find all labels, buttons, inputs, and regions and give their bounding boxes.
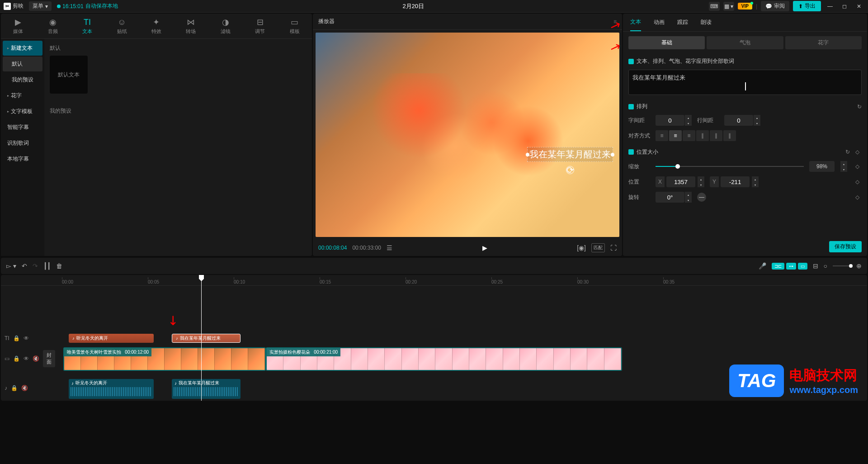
align-center-button[interactable]: ≡ — [669, 130, 682, 141]
tab-filter[interactable]: ◑滤镜 — [208, 14, 243, 38]
lock-icon[interactable]: 🔒 — [11, 385, 18, 391]
sidebar-item-smartsub[interactable]: 智能字幕 — [3, 120, 42, 135]
rotation-dial[interactable]: — — [697, 193, 706, 202]
audio-clip-2[interactable]: ♪我在某年某月醒过来 — [172, 379, 241, 399]
tab-effect[interactable]: ✦特效 — [139, 14, 174, 38]
player-menu-icon[interactable]: ≡ — [613, 19, 617, 25]
select-tool[interactable]: ▻ ▾ — [6, 262, 16, 270]
align-vmid-button[interactable]: ∥ — [710, 130, 722, 141]
sidebar-item-mypreset[interactable]: 我的预设 — [3, 72, 42, 87]
link-icon[interactable]: ⊶ — [786, 263, 796, 270]
insp-tab-text[interactable]: 文本 — [630, 14, 641, 31]
split-button[interactable]: ┃┃ — [43, 262, 51, 270]
scale-slider[interactable] — [656, 166, 804, 167]
shortcut-icon[interactable]: ⌨ — [709, 2, 720, 11]
sidebar-item-texttpl[interactable]: ▸文字模板 — [3, 104, 42, 119]
maximize-button[interactable]: ◻ — [839, 1, 850, 12]
tab-text[interactable]: TI文本 — [70, 14, 104, 38]
list-icon[interactable]: ☰ — [387, 244, 392, 251]
checkbox-icon[interactable] — [628, 149, 634, 155]
lock-icon[interactable]: 🔒 — [13, 355, 20, 362]
pos-y-input[interactable] — [721, 176, 750, 187]
video-viewport[interactable]: 我在某年某月醒过来 ⟳ — [313, 30, 622, 240]
sidebar-item-lyrics[interactable]: 识别歌词 — [3, 136, 42, 151]
insp-tab-read[interactable]: 朗读 — [701, 14, 712, 31]
tab-media[interactable]: ▶媒体 — [1, 14, 35, 38]
sidebar-item-huazi[interactable]: ▸花字 — [3, 88, 42, 103]
reset-icon[interactable]: ↻ — [857, 104, 862, 110]
cover-button[interactable]: 封面 — [43, 350, 55, 367]
playhead[interactable] — [201, 275, 202, 401]
tab-audio[interactable]: ◉音频 — [35, 14, 70, 38]
line-spacing-input[interactable] — [724, 115, 753, 126]
align-vtop-button[interactable]: ∥ — [696, 130, 709, 141]
sidebar-item-default[interactable]: 默认 — [3, 57, 42, 71]
subtab-huazi[interactable]: 花字 — [785, 36, 862, 49]
resize-handle-right[interactable] — [611, 153, 614, 156]
reset-icon[interactable]: ↻ — [845, 149, 850, 155]
align-left-button[interactable]: ≡ — [656, 130, 668, 141]
save-preset-button[interactable]: 保存预设 — [829, 241, 862, 252]
review-button[interactable]: 💬 审阅 — [761, 1, 789, 11]
ratio-icon[interactable]: 匹配 — [591, 243, 605, 252]
default-text-thumb[interactable]: 默认文本 — [50, 56, 88, 94]
stepper[interactable]: ▴▾ — [684, 115, 692, 126]
fullscreen-icon[interactable]: ⛶ — [610, 244, 617, 251]
delete-button[interactable]: 🗑 — [56, 262, 62, 270]
undo-button[interactable]: ↶ — [22, 262, 27, 270]
stepper[interactable]: ▴▾ — [751, 176, 759, 187]
text-track[interactable]: ♪听见冬天的离开 ♪我在某年某月醒过来 — [55, 331, 867, 346]
align-vbot-button[interactable]: ∥ — [723, 130, 736, 141]
resize-handle-left[interactable] — [526, 153, 529, 156]
compare-icon[interactable]: [◉] — [577, 244, 586, 251]
mute-icon[interactable]: 🔇 — [21, 385, 28, 391]
text-overlay[interactable]: 我在某年某月醒过来 ⟳ — [527, 147, 613, 162]
stepper[interactable]: ▴▾ — [840, 161, 847, 172]
sidebar-item-localsub[interactable]: 本地字幕 — [3, 152, 42, 166]
close-button[interactable]: ✕ — [854, 1, 864, 12]
keyframe-icon[interactable]: ◇ — [853, 193, 862, 202]
tab-template[interactable]: ▭模板 — [278, 14, 312, 38]
redo-button[interactable]: ↷ — [33, 262, 38, 270]
video-clip-2[interactable]: 实景拍摄粉色樱花朵 00:00:21:00 — [266, 347, 622, 371]
keyframe-icon[interactable]: ◇ — [853, 162, 862, 171]
preview-icon[interactable]: ▭ — [798, 263, 807, 270]
vip-badge[interactable]: VIP — [738, 3, 752, 9]
scale-value[interactable]: 98% — [809, 161, 835, 172]
insp-tab-anim[interactable]: 动画 — [654, 14, 665, 31]
char-spacing-input[interactable] — [656, 115, 684, 126]
play-button[interactable]: ▶ — [482, 244, 487, 251]
checkbox-icon[interactable] — [628, 104, 634, 109]
rotation-input[interactable] — [656, 192, 684, 203]
magnet-on-icon[interactable]: ⊐⊏ — [772, 263, 784, 270]
checkbox-icon[interactable] — [628, 59, 634, 64]
text-clip[interactable]: ♪听见冬天的离开 — [69, 334, 154, 343]
tab-sticker[interactable]: ☺贴纸 — [104, 14, 139, 38]
tab-adjust[interactable]: ⊟调节 — [243, 14, 277, 38]
mic-icon[interactable]: 🎤 — [759, 262, 766, 270]
rotate-handle[interactable]: ⟳ — [566, 166, 574, 174]
audio-clip-1[interactable]: ♪听见冬天的离开 — [69, 379, 154, 399]
align-icon[interactable]: ⊟ — [813, 262, 818, 270]
tab-transition[interactable]: ⋈转场 — [174, 14, 208, 38]
stepper[interactable]: ▴▾ — [753, 115, 760, 126]
menu-button[interactable]: 菜单 ▾ — [29, 1, 52, 11]
time-ruler[interactable]: 00:00 00:05 00:10 00:15 00:20 00:25 00:3… — [1, 275, 867, 286]
align-right-button[interactable]: ≡ — [683, 130, 695, 141]
layout-icon[interactable]: ▦ ▾ — [723, 2, 734, 11]
zoom-slider[interactable] — [833, 265, 851, 266]
stepper[interactable]: ▴▾ — [684, 192, 692, 203]
insp-tab-track[interactable]: 跟踪 — [677, 14, 688, 31]
zoom-fit-icon[interactable]: ⊕ — [856, 262, 862, 270]
apply-all-row[interactable]: 文本、排列、气泡、花字应用到全部歌词 — [628, 57, 862, 65]
keyframe-icon[interactable]: ◇ — [853, 177, 862, 186]
lock-icon[interactable]: 🔒 — [13, 335, 20, 341]
mute-icon[interactable]: 🔇 — [33, 355, 39, 362]
eye-icon[interactable]: 👁 — [24, 355, 29, 362]
minimize-button[interactable]: — — [825, 1, 835, 12]
eye-icon[interactable]: 👁 — [24, 335, 29, 341]
pos-x-input[interactable] — [666, 176, 695, 187]
stepper[interactable]: ▴▾ — [697, 176, 704, 187]
text-clip-selected[interactable]: ♪我在某年某月醒过来 — [172, 334, 241, 343]
subtab-bubble[interactable]: 气泡 — [707, 36, 783, 49]
